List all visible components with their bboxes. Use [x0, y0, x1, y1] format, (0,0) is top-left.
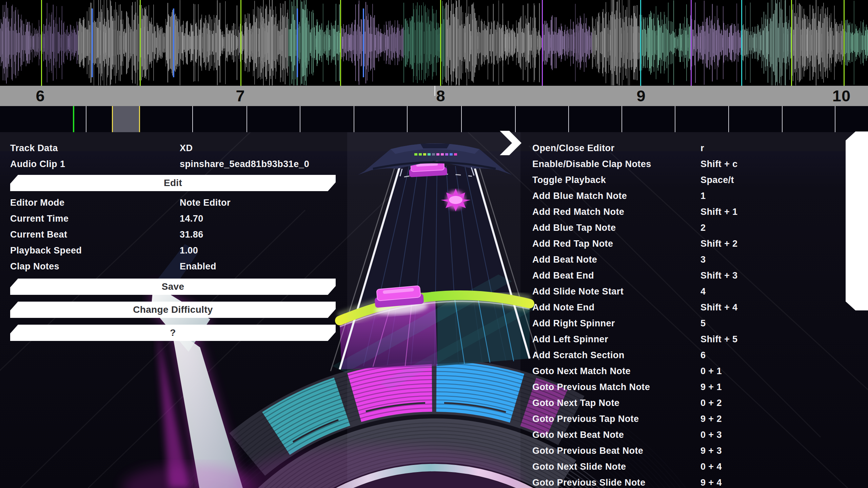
beat-number: 10 — [832, 86, 851, 105]
info-label: Track Data — [10, 142, 58, 154]
beat-number: 7 — [236, 86, 245, 105]
shortcut-action: Add Left Spinner — [532, 333, 608, 345]
info-value: 1.00 — [180, 244, 198, 257]
shortcut-keys: 9 + 4 — [701, 476, 722, 488]
shortcut-action: Add Right Spinner — [532, 317, 615, 329]
info-value: XD — [180, 142, 193, 154]
shortcut-action: Add Blue Tap Note — [532, 222, 616, 234]
shortcut-action: Goto Previous Match Note — [532, 381, 650, 393]
shortcut-action: Add Beat Note — [532, 253, 597, 266]
shortcut-action: Goto Next Tap Note — [532, 397, 619, 409]
shortcut-keys: r — [701, 142, 704, 154]
beat-number: 8 — [436, 86, 445, 105]
shortcut-action: Add Note End — [532, 301, 594, 313]
selected-beat-range[interactable] — [112, 106, 140, 132]
beat-tick — [622, 106, 622, 132]
shortcut-action: Add Red Match Note — [532, 206, 624, 218]
shortcut-keys: Shift + 4 — [701, 301, 737, 313]
beat-tick — [407, 106, 408, 132]
info-value: 14.70 — [180, 212, 203, 225]
chevron-right-icon — [498, 131, 521, 155]
info-value: Enabled — [180, 260, 216, 272]
shortcut-keys: 2 — [701, 222, 706, 234]
shortcut-action: Toggle Playback — [532, 174, 606, 186]
beat-tick — [835, 106, 835, 132]
beat-tick — [300, 106, 300, 132]
beat-tick — [246, 106, 247, 132]
expand-panel-button[interactable] — [498, 131, 521, 155]
beat-tick — [675, 106, 675, 132]
shortcut-action: Add Slide Note Start — [532, 285, 624, 298]
beat-tick — [782, 106, 783, 132]
shortcut-action: Open/Close Editor — [532, 142, 614, 154]
shortcut-action: Goto Previous Slide Note — [532, 476, 646, 488]
shortcut-keys: 3 — [701, 253, 706, 266]
shortcut-keys: 0 + 1 — [701, 365, 722, 377]
shortcut-keys: 6 — [701, 349, 706, 361]
shortcut-keys: 1 — [701, 190, 706, 202]
edit-button[interactable]: Edit — [10, 175, 336, 191]
shortcut-keys: Shift + 1 — [701, 206, 737, 218]
beat-tick — [728, 106, 729, 132]
info-value: 31.86 — [180, 228, 203, 241]
info-label: Current Time — [10, 212, 68, 225]
shortcut-keys: 0 + 3 — [701, 429, 722, 441]
shortcut-action: Add Red Tap Note — [532, 238, 613, 250]
spin-rhythm-editor: 678910 — [0, 0, 868, 488]
shortcut-action: Enable/Disable Clap Notes — [532, 158, 651, 170]
shortcut-keys: Shift + 3 — [701, 269, 737, 282]
shortcut-action: Add Scratch Section — [532, 349, 625, 361]
beat-tick — [568, 106, 569, 132]
shortcut-action: Goto Next Match Note — [532, 365, 631, 377]
change-difficulty-button[interactable]: Change Difficulty — [10, 302, 336, 318]
shortcut-keys: Shift + 2 — [701, 238, 737, 250]
save-button[interactable]: Save — [10, 279, 336, 295]
shortcut-action: Goto Next Slide Note — [532, 461, 626, 473]
help-button[interactable]: ? — [10, 325, 336, 341]
info-value: spinshare_5ead81b93b31e_0 — [180, 158, 309, 170]
info-label: Audio Clip 1 — [10, 158, 65, 170]
beat-number: 6 — [36, 86, 45, 105]
info-label: Editor Mode — [10, 197, 64, 209]
shortcut-keys: Shift + c — [701, 158, 737, 170]
shortcut-keys: 9 + 3 — [701, 445, 722, 457]
shortcut-action: Goto Previous Beat Note — [532, 445, 643, 457]
shortcut-action: Goto Previous Tap Note — [532, 413, 639, 425]
shortcut-keys: 0 + 4 — [701, 461, 722, 473]
shortcut-keys: 9 + 2 — [701, 413, 722, 425]
shortcut-keys: 4 — [701, 285, 706, 298]
beat-timeline[interactable]: 678910 — [0, 86, 868, 106]
info-label: Current Beat — [10, 228, 67, 241]
info-label: Playback Speed — [10, 244, 82, 257]
beat-tick — [192, 106, 193, 132]
beat-tick — [461, 106, 462, 132]
info-label: Clap Notes — [10, 260, 59, 272]
beat-number: 9 — [636, 86, 646, 105]
shortcut-action: Goto Next Beat Note — [532, 429, 624, 441]
note-track[interactable] — [331, 165, 539, 390]
shortcut-keys: 9 + 1 — [701, 381, 722, 393]
beat-tick — [354, 106, 354, 132]
beat-tick-strip[interactable] — [0, 106, 868, 132]
shortcut-action: Add Beat End — [532, 269, 594, 282]
beat-tick — [86, 106, 86, 132]
beat-tick — [515, 106, 516, 132]
shortcut-keys: Space/t — [701, 174, 734, 186]
audio-waveform[interactable] — [0, 0, 868, 86]
cursor-tick — [73, 106, 74, 132]
info-value: Note Editor — [180, 197, 231, 209]
scroll-handle[interactable] — [846, 131, 868, 310]
shortcut-action: Add Blue Match Note — [532, 190, 627, 202]
shortcut-keys: 5 — [701, 317, 706, 329]
shortcut-keys: Shift + 5 — [701, 333, 737, 345]
playhead-marker — [434, 86, 435, 96]
shortcut-keys: 0 + 2 — [701, 397, 722, 409]
